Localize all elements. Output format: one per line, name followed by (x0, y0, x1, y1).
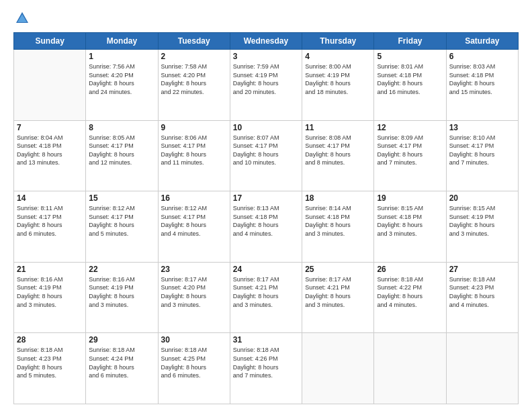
day-info: Sunrise: 8:16 AM Sunset: 4:19 PM Dayligh… (89, 275, 154, 309)
day-info: Sunrise: 8:18 AM Sunset: 4:24 PM Dayligh… (89, 346, 154, 379)
day-info: Sunrise: 8:15 AM Sunset: 4:19 PM Dayligh… (449, 204, 515, 238)
day-number: 18 (305, 193, 371, 203)
calendar-cell: 21Sunrise: 8:16 AM Sunset: 4:19 PM Dayli… (14, 262, 86, 333)
calendar-cell: 29Sunrise: 8:18 AM Sunset: 4:24 PM Dayli… (86, 333, 158, 404)
day-number: 22 (89, 265, 154, 274)
day-number: 25 (305, 265, 371, 274)
day-info: Sunrise: 8:01 AM Sunset: 4:18 PM Dayligh… (377, 62, 443, 96)
day-info: Sunrise: 8:09 AM Sunset: 4:17 PM Dayligh… (377, 134, 443, 167)
day-number: 4 (305, 52, 371, 61)
day-info: Sunrise: 8:08 AM Sunset: 4:17 PM Dayligh… (305, 134, 371, 167)
calendar-cell: 22Sunrise: 8:16 AM Sunset: 4:19 PM Dayli… (86, 262, 158, 333)
calendar-cell: 11Sunrise: 8:08 AM Sunset: 4:17 PM Dayli… (302, 120, 374, 191)
day-info: Sunrise: 8:18 AM Sunset: 4:23 PM Dayligh… (17, 346, 83, 379)
day-info: Sunrise: 8:11 AM Sunset: 4:17 PM Dayligh… (17, 204, 83, 238)
calendar-cell: 5Sunrise: 8:01 AM Sunset: 4:18 PM Daylig… (374, 50, 446, 121)
day-number: 12 (377, 123, 443, 132)
day-number: 10 (233, 123, 299, 132)
day-info: Sunrise: 8:18 AM Sunset: 4:25 PM Dayligh… (161, 346, 227, 379)
calendar-week-row: 7Sunrise: 8:04 AM Sunset: 4:18 PM Daylig… (14, 120, 519, 191)
day-number: 23 (161, 265, 227, 274)
calendar-week-row: 1Sunrise: 7:56 AM Sunset: 4:20 PM Daylig… (14, 50, 519, 121)
day-number: 15 (89, 193, 154, 203)
day-info: Sunrise: 8:17 AM Sunset: 4:20 PM Dayligh… (161, 275, 227, 309)
day-info: Sunrise: 8:12 AM Sunset: 4:17 PM Dayligh… (89, 204, 154, 238)
day-info: Sunrise: 8:12 AM Sunset: 4:17 PM Dayligh… (161, 204, 227, 238)
calendar-header-row: SundayMondayTuesdayWednesdayThursdayFrid… (14, 33, 519, 50)
day-info: Sunrise: 8:14 AM Sunset: 4:18 PM Dayligh… (305, 204, 371, 238)
logo-icon (15, 11, 30, 26)
day-number: 16 (161, 193, 227, 203)
calendar-cell: 30Sunrise: 8:18 AM Sunset: 4:25 PM Dayli… (158, 333, 230, 404)
day-number: 29 (89, 335, 154, 345)
day-info: Sunrise: 8:18 AM Sunset: 4:23 PM Dayligh… (449, 275, 515, 309)
day-info: Sunrise: 8:05 AM Sunset: 4:17 PM Dayligh… (89, 134, 154, 167)
header (13, 11, 519, 26)
day-number: 20 (449, 193, 515, 203)
calendar-week-row: 28Sunrise: 8:18 AM Sunset: 4:23 PM Dayli… (14, 333, 519, 404)
calendar-cell (302, 333, 374, 404)
calendar-cell: 28Sunrise: 8:18 AM Sunset: 4:23 PM Dayli… (14, 333, 86, 404)
day-number: 8 (89, 123, 154, 132)
day-of-week-header: Tuesday (158, 33, 230, 50)
day-number: 27 (449, 265, 515, 274)
day-number: 26 (377, 265, 443, 274)
calendar-cell: 20Sunrise: 8:15 AM Sunset: 4:19 PM Dayli… (446, 191, 518, 263)
calendar-cell: 14Sunrise: 8:11 AM Sunset: 4:17 PM Dayli… (14, 191, 86, 263)
calendar-cell: 2Sunrise: 7:58 AM Sunset: 4:20 PM Daylig… (158, 50, 230, 121)
day-of-week-header: Monday (86, 33, 158, 50)
day-info: Sunrise: 8:00 AM Sunset: 4:19 PM Dayligh… (305, 62, 371, 96)
calendar-cell (374, 333, 446, 404)
day-of-week-header: Sunday (14, 33, 86, 50)
day-number: 3 (233, 52, 299, 61)
calendar-week-row: 21Sunrise: 8:16 AM Sunset: 4:19 PM Dayli… (14, 262, 519, 333)
day-number: 19 (377, 193, 443, 203)
day-info: Sunrise: 8:06 AM Sunset: 4:17 PM Dayligh… (161, 134, 227, 167)
day-info: Sunrise: 8:04 AM Sunset: 4:18 PM Dayligh… (17, 134, 83, 167)
day-info: Sunrise: 8:18 AM Sunset: 4:26 PM Dayligh… (233, 346, 299, 379)
calendar-cell: 17Sunrise: 8:13 AM Sunset: 4:18 PM Dayli… (230, 191, 302, 263)
calendar-cell: 6Sunrise: 8:03 AM Sunset: 4:18 PM Daylig… (446, 50, 518, 121)
day-number: 30 (161, 335, 227, 345)
calendar-week-row: 14Sunrise: 8:11 AM Sunset: 4:17 PM Dayli… (14, 191, 519, 263)
day-info: Sunrise: 8:13 AM Sunset: 4:18 PM Dayligh… (233, 204, 299, 238)
day-info: Sunrise: 8:10 AM Sunset: 4:17 PM Dayligh… (449, 134, 515, 167)
calendar-cell: 13Sunrise: 8:10 AM Sunset: 4:17 PM Dayli… (446, 120, 518, 191)
calendar-cell: 15Sunrise: 8:12 AM Sunset: 4:17 PM Dayli… (86, 191, 158, 263)
day-of-week-header: Saturday (446, 33, 518, 50)
calendar-cell: 4Sunrise: 8:00 AM Sunset: 4:19 PM Daylig… (302, 50, 374, 121)
day-number: 2 (161, 52, 227, 61)
calendar-cell: 31Sunrise: 8:18 AM Sunset: 4:26 PM Dayli… (230, 333, 302, 404)
calendar-cell: 24Sunrise: 8:17 AM Sunset: 4:21 PM Dayli… (230, 262, 302, 333)
calendar-cell: 25Sunrise: 8:17 AM Sunset: 4:21 PM Dayli… (302, 262, 374, 333)
calendar-cell: 19Sunrise: 8:15 AM Sunset: 4:18 PM Dayli… (374, 191, 446, 263)
day-of-week-header: Friday (374, 33, 446, 50)
day-info: Sunrise: 7:59 AM Sunset: 4:19 PM Dayligh… (233, 62, 299, 96)
day-of-week-header: Thursday (302, 33, 374, 50)
day-number: 7 (17, 123, 83, 132)
day-number: 13 (449, 123, 515, 132)
calendar-cell: 10Sunrise: 8:07 AM Sunset: 4:17 PM Dayli… (230, 120, 302, 191)
day-number: 28 (17, 335, 83, 345)
calendar-cell (446, 333, 518, 404)
day-number: 31 (233, 335, 299, 345)
calendar-cell: 18Sunrise: 8:14 AM Sunset: 4:18 PM Dayli… (302, 191, 374, 263)
day-number: 21 (17, 265, 83, 274)
day-number: 9 (161, 123, 227, 132)
day-info: Sunrise: 8:18 AM Sunset: 4:22 PM Dayligh… (377, 275, 443, 309)
day-info: Sunrise: 8:16 AM Sunset: 4:19 PM Dayligh… (17, 275, 83, 309)
day-info: Sunrise: 7:58 AM Sunset: 4:20 PM Dayligh… (161, 62, 227, 96)
calendar-cell: 7Sunrise: 8:04 AM Sunset: 4:18 PM Daylig… (14, 120, 86, 191)
calendar-table: SundayMondayTuesdayWednesdayThursdayFrid… (13, 32, 519, 404)
day-info: Sunrise: 7:56 AM Sunset: 4:20 PM Dayligh… (89, 62, 154, 96)
day-info: Sunrise: 8:17 AM Sunset: 4:21 PM Dayligh… (305, 275, 371, 309)
day-number: 17 (233, 193, 299, 203)
logo (13, 11, 30, 26)
page: SundayMondayTuesdayWednesdayThursdayFrid… (0, 0, 532, 411)
day-info: Sunrise: 8:07 AM Sunset: 4:17 PM Dayligh… (233, 134, 299, 167)
calendar-cell: 3Sunrise: 7:59 AM Sunset: 4:19 PM Daylig… (230, 50, 302, 121)
calendar-cell: 27Sunrise: 8:18 AM Sunset: 4:23 PM Dayli… (446, 262, 518, 333)
day-number: 24 (233, 265, 299, 274)
calendar-cell: 9Sunrise: 8:06 AM Sunset: 4:17 PM Daylig… (158, 120, 230, 191)
day-number: 6 (449, 52, 515, 61)
